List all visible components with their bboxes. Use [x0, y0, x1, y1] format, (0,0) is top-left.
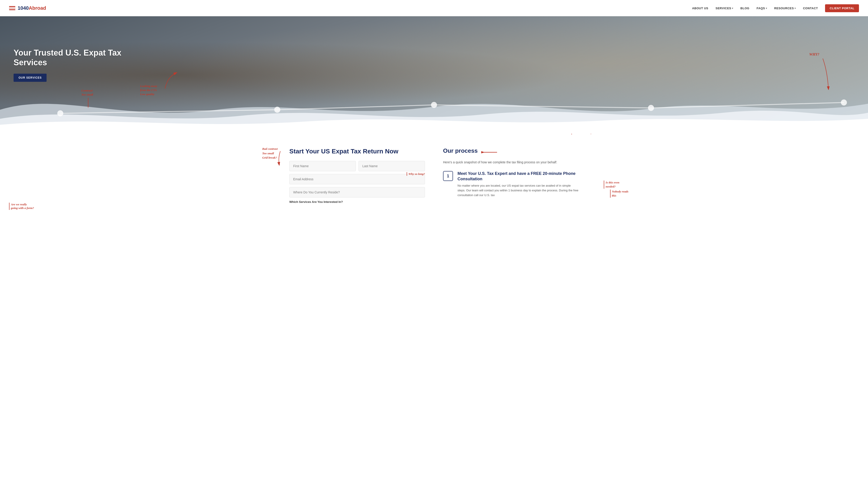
- content-area: Start Your US Expat Tax Return Now Which…: [0, 134, 868, 223]
- nav-link-contact[interactable]: CONTACT: [803, 6, 818, 10]
- process-step-1: 1 Meet Your U.S. Tax Expert and have a F…: [443, 171, 579, 197]
- annotation-are-we-really: Are we reallygoing with a form?: [9, 203, 34, 210]
- step-number-1: 1: [443, 171, 453, 181]
- services-label-row: Which Services Are You Interested In?: [289, 200, 425, 203]
- nav-item-contact[interactable]: CONTACT: [803, 6, 818, 10]
- navbar: 1040Abroad ABOUT US SERVICES BLOG FAQS R…: [0, 0, 868, 16]
- logo-flag-icon: [9, 6, 16, 10]
- nav-item-faqs[interactable]: FAQS: [756, 6, 767, 10]
- hero-section: Your Trusted U.S. Expat Tax Services OUR…: [0, 16, 868, 134]
- services-label: Which Services Are You Interested In?: [289, 200, 425, 203]
- nav-link-faqs[interactable]: FAQS: [756, 6, 767, 10]
- form-name-row: [289, 161, 425, 171]
- last-name-input[interactable]: [359, 161, 425, 171]
- process-section: Our process Here's a quick snapshot of h…: [443, 147, 579, 205]
- annotation-is-needed-text: Is this evenneeded?: [604, 181, 619, 189]
- nav-links: ABOUT US SERVICES BLOG FAQS RESOURCES CO…: [692, 6, 859, 10]
- logo-text: 1040Abroad: [18, 5, 46, 11]
- hero-content: Your Trusted U.S. Expat Tax Services OUR…: [0, 16, 868, 100]
- nav-item-about[interactable]: ABOUT US: [692, 6, 708, 10]
- email-input[interactable]: [289, 174, 425, 184]
- page-wrapper: 1040Abroad ABOUT US SERVICES BLOG FAQS R…: [0, 0, 868, 223]
- nav-link-services[interactable]: SERVICES: [716, 6, 733, 10]
- logo[interactable]: 1040Abroad: [9, 5, 46, 11]
- nav-item-services[interactable]: SERVICES: [716, 6, 733, 10]
- annotation-bad-contrast-arrow: [276, 149, 294, 167]
- nav-item-client-portal[interactable]: CLIENT PORTAL: [825, 6, 859, 10]
- nav-link-resources[interactable]: RESOURCES: [774, 6, 796, 10]
- main-content: Start Your US Expat Tax Return Now Which…: [276, 134, 592, 223]
- nav-item-resources[interactable]: RESOURCES: [774, 6, 796, 10]
- client-portal-button[interactable]: CLIENT PORTAL: [825, 4, 859, 12]
- process-intro-text: Here's a quick snapshot of how we comple…: [443, 160, 579, 165]
- first-name-input[interactable]: [289, 161, 356, 171]
- step-title-1: Meet Your U.S. Tax Expert and have a FRE…: [458, 171, 579, 182]
- process-heading-row: Our process: [443, 147, 579, 157]
- form-residence-row: [289, 187, 425, 197]
- annotation-bad-contrast-text: Bad contrastToo smallGrid break?: [262, 147, 278, 160]
- nav-link-about[interactable]: ABOUT US: [692, 6, 708, 10]
- annotation-process-arrow: [481, 149, 499, 156]
- our-services-button[interactable]: OUR SERVICES: [13, 74, 46, 82]
- step-content-1: Meet Your U.S. Tax Expert and have a FRE…: [458, 171, 579, 197]
- step-description-1: No matter where you are located, our US …: [458, 184, 579, 197]
- form-email-row: [289, 174, 425, 184]
- logo-1040: 1040: [18, 5, 29, 11]
- residence-input[interactable]: [289, 187, 425, 197]
- form-section: Start Your US Expat Tax Return Now Which…: [289, 147, 425, 205]
- nav-link-blog[interactable]: BLOG: [741, 6, 749, 10]
- logo-abroad: Abroad: [29, 5, 46, 11]
- annotation-nobody-reads-text: Nobody readsthis: [610, 190, 628, 198]
- nav-item-blog[interactable]: BLOG: [741, 6, 749, 10]
- hero-title: Your Trusted U.S. Expat Tax Services: [13, 48, 131, 67]
- process-heading: Our process: [443, 147, 477, 154]
- form-heading: Start Your US Expat Tax Return Now: [289, 147, 425, 156]
